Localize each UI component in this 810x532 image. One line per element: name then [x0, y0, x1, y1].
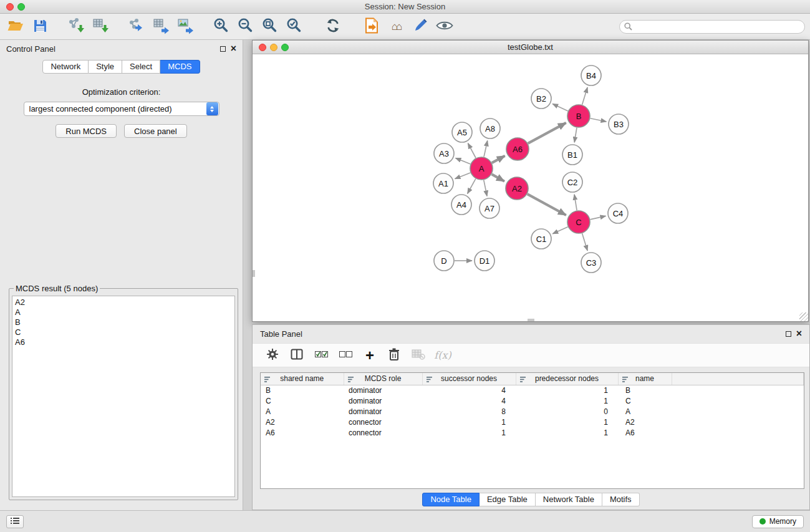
zoom-network-window-button[interactable] [281, 44, 289, 51]
result-item[interactable]: B [15, 317, 232, 327]
graph-edge-A2-C[interactable] [528, 194, 566, 215]
graph-node-D[interactable]: D [434, 251, 454, 271]
table-row[interactable]: Adominator80A [261, 406, 804, 417]
graph-edge-B-B2[interactable] [552, 104, 568, 111]
result-item[interactable]: C [15, 327, 232, 337]
graph-node-C3[interactable]: C3 [581, 253, 601, 273]
graph-node-C2[interactable]: C2 [562, 172, 582, 192]
close-panel-button[interactable]: Close panel [124, 124, 187, 138]
memory-button[interactable]: Memory [752, 515, 804, 528]
result-item[interactable]: A [15, 307, 232, 317]
deselect-all-columns-button[interactable] [338, 348, 353, 363]
tab-style[interactable]: Style [89, 60, 122, 74]
graph-edge-C-C2[interactable] [574, 195, 577, 210]
open-document-button[interactable] [361, 16, 382, 37]
graph-node-B4[interactable]: B4 [581, 65, 601, 85]
minimize-network-window-button[interactable] [270, 44, 277, 51]
graph-node-C4[interactable]: C4 [608, 203, 628, 223]
column-header-predecessor-nodes[interactable]: predecessor nodes [516, 373, 618, 385]
zoom-window-button[interactable] [17, 3, 25, 11]
export-table-button[interactable] [150, 16, 171, 37]
control-panel-float-icon[interactable] [220, 46, 226, 52]
save-session-button[interactable] [29, 16, 51, 37]
graph-node-B[interactable]: B [567, 105, 590, 127]
graph-node-A6[interactable]: A6 [506, 138, 529, 160]
toggle-details-button[interactable] [434, 16, 455, 37]
export-network-button[interactable] [126, 16, 147, 37]
graph-edge-A6-B[interactable] [528, 123, 566, 143]
graph-node-B2[interactable]: B2 [531, 89, 551, 109]
zoom-selected-button[interactable] [284, 16, 305, 37]
table-row[interactable]: Bdominator41B [261, 385, 804, 395]
table-row[interactable]: A6connector11A6 [261, 427, 804, 438]
graph-node-D1[interactable]: D1 [475, 251, 494, 271]
table-row[interactable]: A2connector11A2 [261, 417, 804, 427]
column-header-shared-name[interactable]: shared name [261, 373, 344, 385]
tab-edge-table[interactable]: Edge Table [480, 493, 536, 506]
horizontal-scroll-indicator[interactable] [528, 319, 534, 321]
table-settings-button[interactable] [265, 348, 280, 363]
graph-node-A3[interactable]: A3 [434, 143, 454, 163]
table-row[interactable]: Cdominator41C [261, 395, 804, 406]
show-columns-button[interactable] [289, 348, 304, 363]
delete-table-button[interactable] [411, 348, 426, 363]
graph-edge-A-A5[interactable] [468, 143, 476, 158]
result-item[interactable]: A6 [15, 337, 232, 347]
zoom-fit-button[interactable] [259, 16, 281, 37]
column-header-successor-nodes[interactable]: successor nodes [422, 373, 516, 385]
tab-motifs[interactable]: Motifs [602, 493, 640, 506]
graph-edge-A-A8[interactable] [484, 141, 488, 157]
graph-node-A1[interactable]: A1 [433, 173, 453, 193]
graph-node-B1[interactable]: B1 [562, 145, 582, 165]
zoom-out-button[interactable] [235, 16, 256, 37]
graph-edge-A-A1[interactable] [455, 173, 471, 179]
graph-node-A7[interactable]: A7 [480, 198, 499, 218]
tab-mcds[interactable]: MCDS [160, 60, 200, 74]
graph-node-A2[interactable]: A2 [506, 177, 528, 200]
column-header-name[interactable]: name [618, 373, 672, 385]
criterion-dropdown[interactable]: largest connected component (directed) [24, 102, 219, 116]
tab-select[interactable]: Select [122, 60, 160, 74]
tab-network-table[interactable]: Network Table [536, 493, 602, 506]
graph-edge-A-A4[interactable] [468, 179, 476, 194]
tab-node-table[interactable]: Node Table [422, 493, 480, 506]
graph-edge-A-A3[interactable] [456, 158, 471, 164]
open-session-button[interactable] [5, 16, 26, 37]
task-history-button[interactable] [6, 515, 24, 528]
graph-node-C[interactable]: C [567, 211, 590, 233]
graph-node-B3[interactable]: B3 [609, 114, 629, 134]
graph-edge-B-B1[interactable] [574, 128, 577, 142]
resize-grip[interactable] [799, 312, 808, 321]
import-table-button[interactable] [90, 16, 111, 37]
column-header-mcds-role[interactable]: MCDS role [344, 373, 422, 385]
close-network-window-button[interactable] [259, 44, 266, 51]
export-image-button[interactable] [175, 16, 196, 37]
close-window-button[interactable] [6, 3, 14, 11]
mcds-result-list[interactable]: A2 A B C A6 [12, 296, 235, 497]
apply-function-button[interactable]: f(x) [435, 348, 450, 363]
graph-edge-C-C4[interactable] [591, 216, 606, 220]
select-all-columns-button[interactable] [314, 348, 329, 363]
graph-edge-C-C1[interactable] [552, 227, 567, 234]
graph-node-A4[interactable]: A4 [451, 195, 471, 215]
vertical-scroll-indicator[interactable] [253, 270, 255, 277]
table-panel-close-icon[interactable]: × [796, 329, 802, 339]
annotation-pen-button[interactable] [410, 16, 431, 37]
graph-edge-B-B4[interactable] [582, 87, 588, 105]
apply-layout-button[interactable] [322, 16, 344, 37]
run-mcds-button[interactable]: Run MCDS [55, 124, 117, 138]
zoom-in-button[interactable] [211, 16, 232, 37]
graph-node-A8[interactable]: A8 [480, 118, 500, 138]
create-column-button[interactable]: + [362, 348, 377, 363]
result-item[interactable]: A2 [15, 297, 232, 307]
home-networks-button[interactable]: ⌂⌂ [385, 16, 407, 37]
table-panel-float-icon[interactable] [786, 331, 791, 337]
graph-node-A5[interactable]: A5 [452, 122, 472, 142]
import-network-button[interactable] [65, 16, 87, 37]
network-canvas[interactable]: B4B2BB3A5A8A6B1A3AC2A1A2A4A7C4CC1C3DD1 [253, 54, 808, 321]
graph-edge-B-B3[interactable] [591, 118, 607, 122]
graph-node-C1[interactable]: C1 [531, 229, 551, 249]
graph-edge-A-A6[interactable] [492, 156, 505, 163]
control-panel-close-icon[interactable]: × [231, 44, 236, 54]
delete-column-button[interactable] [387, 348, 402, 363]
